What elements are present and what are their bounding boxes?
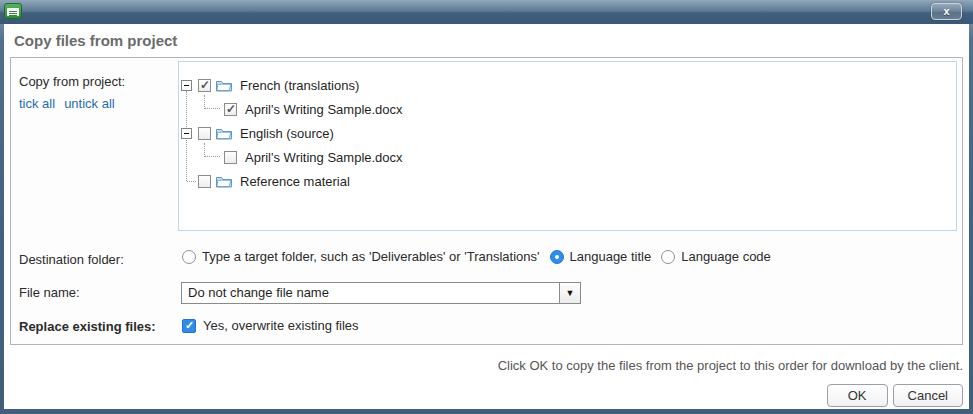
tree-item-label: April's Writing Sample.docx (245, 150, 403, 165)
radio-language-title-selected[interactable] (550, 250, 564, 264)
tree-checkbox-checked[interactable] (198, 79, 211, 92)
folder-icon (216, 127, 232, 140)
radio-language-code[interactable] (661, 250, 675, 264)
file-name-select[interactable]: Do not change file name ▼ (181, 282, 581, 304)
folder-icon (216, 79, 232, 92)
folder-icon (216, 175, 232, 188)
chevron-down-icon[interactable]: ▼ (559, 283, 580, 303)
copy-from-label: Copy from project: (19, 74, 125, 89)
form-panel: Copy from project: tick alluntick all Fr… (10, 57, 963, 345)
file-name-label: File name: (19, 285, 80, 300)
radio-label[interactable]: Language code (681, 249, 771, 264)
destination-folder-label: Destination folder: (19, 252, 124, 267)
radio-target-folder[interactable] (182, 250, 196, 264)
tick-all-link[interactable]: tick all (19, 96, 55, 111)
tree-checkbox-checked[interactable] (224, 103, 237, 116)
collapse-toggle-icon[interactable] (181, 128, 192, 139)
footer-hint-text: Click OK to copy the files from the proj… (498, 358, 963, 373)
tree-row-reference[interactable]: Reference material (181, 169, 954, 193)
overwrite-checkbox-label[interactable]: Yes, overwrite existing files (203, 318, 359, 333)
collapse-toggle-icon[interactable] (181, 80, 192, 91)
tree-item-label: April's Writing Sample.docx (245, 102, 403, 117)
tree-row-french-file[interactable]: April's Writing Sample.docx (181, 97, 954, 121)
project-file-tree[interactable]: French (translations) April's Writing Sa… (178, 61, 957, 231)
tree-row-english-file[interactable]: April's Writing Sample.docx (181, 145, 954, 169)
app-form-icon (4, 3, 22, 19)
radio-label[interactable]: Type a target folder, such as 'Deliverab… (202, 249, 540, 264)
tree-item-label: Reference material (240, 174, 350, 189)
tree-checkbox-unchecked[interactable] (198, 127, 211, 140)
tree-checkbox-unchecked[interactable] (198, 175, 211, 188)
dialog-buttons: OK Cancel (827, 384, 963, 407)
tree-bulk-links: tick alluntick all (19, 96, 124, 111)
ok-button[interactable]: OK (827, 384, 888, 407)
destination-options: Type a target folder, such as 'Deliverab… (182, 249, 781, 264)
radio-label[interactable]: Language title (570, 249, 652, 264)
tree-connector (187, 181, 196, 182)
page-title: Copy files from project (14, 32, 177, 49)
tree-item-label: English (source) (240, 126, 334, 141)
tree-connector (204, 95, 220, 109)
untick-all-link[interactable]: untick all (64, 96, 115, 111)
tree-row-french[interactable]: French (translations) (181, 73, 954, 97)
close-icon[interactable]: x (931, 3, 962, 20)
overwrite-checkbox-checked[interactable] (182, 319, 196, 333)
cancel-button[interactable]: Cancel (893, 384, 963, 407)
tree-item-label: French (translations) (240, 78, 359, 93)
title-bar[interactable]: x (0, 0, 973, 24)
file-name-selected-value: Do not change file name (182, 283, 559, 303)
tree-checkbox-unchecked[interactable] (224, 151, 237, 164)
replace-existing-label: Replace existing files: (19, 319, 156, 334)
dialog-window: x Copy files from project Copy from proj… (0, 0, 973, 414)
tree-connector (204, 143, 220, 157)
tree-row-english[interactable]: English (source) (181, 121, 954, 145)
dialog-content: Copy files from project Copy from projec… (4, 24, 969, 409)
